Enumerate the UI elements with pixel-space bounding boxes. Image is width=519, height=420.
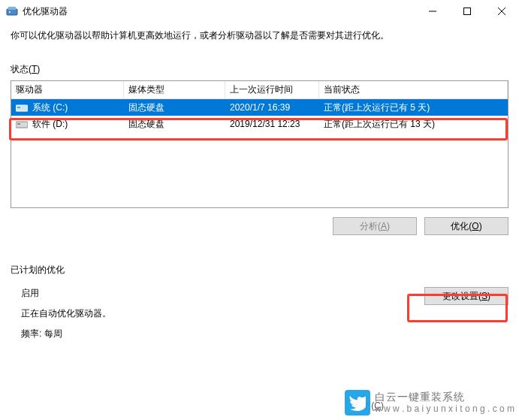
- scheduled-enabled: 启用: [21, 287, 111, 300]
- change-settings-button[interactable]: 更改设置(S): [424, 287, 508, 305]
- col-drive[interactable]: 驱动器: [11, 81, 124, 98]
- col-last[interactable]: 上一次运行时间: [225, 81, 319, 98]
- cell-state: 正常(距上次运行已有 5 天): [319, 99, 508, 116]
- table-header: 驱动器 媒体类型 上一次运行时间 当前状态: [11, 81, 508, 99]
- col-state[interactable]: 当前状态: [319, 81, 508, 98]
- app-icon: [6, 5, 18, 17]
- cell-drive: 软件 (D:): [32, 118, 68, 131]
- cell-state: 正常(距上次运行已有 13 天): [319, 116, 508, 132]
- close-button[interactable]: [484, 0, 519, 23]
- cell-last: 2020/1/7 16:39: [225, 99, 319, 116]
- maximize-button[interactable]: [450, 0, 484, 23]
- svg-point-2: [9, 11, 11, 13]
- svg-rect-10: [17, 123, 20, 125]
- watermark-icon: [345, 390, 370, 415]
- watermark-line2: w w w . b a i y u n x i t o n g . c o m: [375, 403, 514, 414]
- minimize-button[interactable]: [415, 0, 450, 23]
- cell-media: 固态硬盘: [124, 99, 225, 116]
- svg-rect-1: [8, 7, 16, 10]
- drive-icon: [16, 119, 28, 128]
- cell-media: 固态硬盘: [124, 116, 225, 132]
- svg-rect-4: [464, 8, 471, 15]
- col-media[interactable]: 媒体类型: [124, 81, 225, 98]
- table-row[interactable]: 系统 (C:) 固态硬盘 2020/1/7 16:39 正常(距上次运行已有 5…: [11, 99, 508, 116]
- scheduled-auto-line: 正在自动优化驱动器。: [21, 307, 111, 320]
- titlebar: 优化驱动器: [0, 0, 519, 23]
- description-text: 你可以优化驱动器以帮助计算机更高效地运行，或者分析驱动器以了解是否需要对其进行优…: [11, 29, 508, 42]
- drives-table: 驱动器 媒体类型 上一次运行时间 当前状态 系统 (C:) 固态硬盘 2020/…: [11, 80, 508, 208]
- cell-last: 2019/12/31 12:23: [225, 116, 319, 132]
- table-row[interactable]: 软件 (D:) 固态硬盘 2019/12/31 12:23 正常(距上次运行已有…: [11, 116, 508, 132]
- status-label: 状态(T): [11, 63, 508, 76]
- scheduled-title: 已计划的优化: [11, 264, 508, 276]
- optimize-button[interactable]: 优化(O): [424, 217, 508, 235]
- watermark: 白云一键重装系统 w w w . b a i y u n x i t o n g…: [345, 390, 514, 415]
- cell-drive: 系统 (C:): [32, 101, 68, 114]
- window-title: 优化驱动器: [23, 5, 68, 18]
- analyze-button: 分析(A): [333, 217, 417, 235]
- drive-icon: [16, 103, 28, 112]
- svg-rect-0: [7, 9, 17, 15]
- scheduled-freq: 频率: 每周: [21, 328, 111, 340]
- svg-rect-8: [17, 107, 20, 108]
- watermark-line1: 白云一键重装系统: [375, 391, 514, 403]
